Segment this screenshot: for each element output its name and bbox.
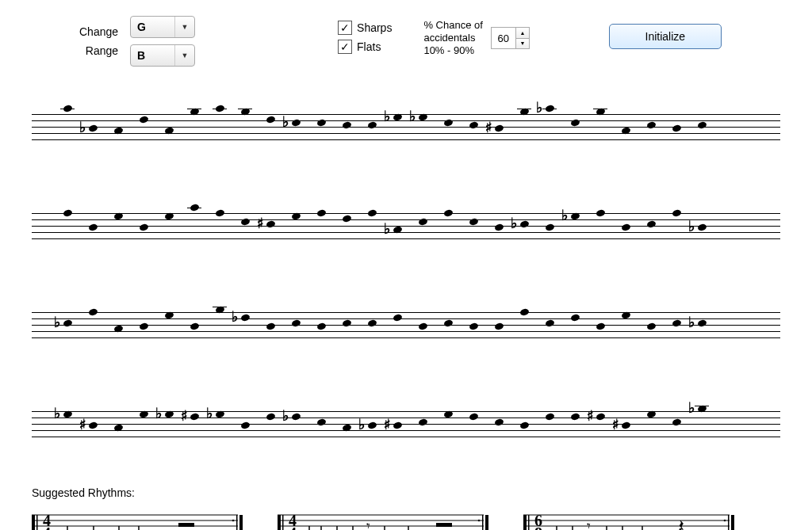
- note: [367, 319, 377, 328]
- flat-icon: ♭: [511, 219, 518, 227]
- flats-checkbox[interactable]: ✓: [338, 40, 352, 54]
- rhythm-pattern-3: 6 8 𝄾 𝄽: [523, 507, 737, 530]
- note: [88, 124, 98, 132]
- svg-text:4: 4: [43, 524, 51, 530]
- note: [570, 413, 580, 421]
- chance-spinner[interactable]: 60 ▲ ▼: [491, 27, 530, 49]
- note: [316, 118, 327, 127]
- note: [672, 209, 682, 218]
- change-label: Change: [79, 22, 118, 41]
- flat-icon: ♭: [282, 118, 289, 126]
- flat-icon: ♭: [155, 410, 163, 418]
- flat-icon: ♭: [688, 223, 695, 231]
- sharp-icon: ♯: [257, 219, 264, 227]
- note: [646, 220, 657, 229]
- note: [190, 322, 200, 330]
- rhythm-pattern-2: 4 4 𝄾: [278, 507, 492, 530]
- staff-line-4: ♭♯♭♯♭♭♭♯♯♯♭: [32, 387, 780, 451]
- note: [494, 322, 504, 330]
- note: [519, 421, 530, 429]
- sharp-icon: ♯: [587, 412, 594, 420]
- note: [469, 322, 479, 330]
- svg-rect-38: [436, 523, 452, 527]
- note: [88, 421, 98, 429]
- note: [443, 118, 454, 127]
- note: [63, 319, 73, 328]
- range-bottom-value: B: [131, 49, 145, 62]
- note: [291, 413, 301, 421]
- note: [596, 413, 606, 421]
- note: [469, 413, 479, 421]
- note: [164, 311, 174, 319]
- staff-line-2: ♯♭♭♭♭: [32, 189, 780, 253]
- note: [240, 217, 251, 226]
- note: [113, 212, 124, 220]
- note: [342, 424, 352, 433]
- note: [342, 215, 352, 223]
- note: [519, 220, 530, 229]
- svg-rect-41: [482, 515, 484, 530]
- note: [316, 209, 327, 218]
- note: [697, 223, 707, 231]
- note: [545, 413, 555, 421]
- initialize-button[interactable]: Initialize: [609, 24, 722, 49]
- accidentals-checks: ✓ Sharps ✓ Flats: [338, 21, 392, 54]
- chevron-down-icon: ▼: [174, 45, 194, 66]
- rhythms-row: 4 4 4 4: [32, 507, 780, 530]
- chance-text: % Chance of accidentals 10% - 90%: [423, 19, 482, 57]
- note: [494, 223, 504, 231]
- svg-rect-17: [236, 515, 238, 530]
- range-bottom-select[interactable]: B ▼: [130, 44, 195, 67]
- flat-icon: ♭: [384, 112, 391, 120]
- sharp-icon: ♯: [181, 412, 188, 420]
- range-top-select[interactable]: G ▼: [130, 16, 195, 38]
- flat-icon: ♭: [384, 225, 391, 233]
- note: [215, 410, 225, 418]
- note: [393, 314, 403, 322]
- note: [113, 424, 124, 433]
- chance-up-icon[interactable]: ▲: [516, 28, 529, 39]
- note: [621, 421, 631, 429]
- note: [469, 217, 479, 226]
- chance-block: % Chance of accidentals 10% - 90% 60 ▲ ▼: [423, 19, 529, 57]
- note: [494, 124, 504, 132]
- svg-point-15: [232, 520, 235, 522]
- flat-icon: ♭: [409, 112, 416, 120]
- sharp-icon: ♯: [384, 421, 391, 429]
- note: [316, 418, 327, 427]
- note: [63, 209, 73, 218]
- flat-icon: ♭: [54, 318, 61, 326]
- note: [63, 410, 73, 418]
- svg-text:8: 8: [534, 524, 542, 530]
- svg-rect-48: [523, 515, 527, 530]
- sharps-checkbox[interactable]: ✓: [338, 21, 352, 35]
- note: [88, 308, 98, 317]
- flat-icon: ♭: [688, 318, 695, 326]
- note: [164, 410, 174, 418]
- note: [621, 223, 631, 231]
- note: [266, 413, 276, 421]
- note: [291, 319, 301, 328]
- note: [139, 322, 149, 330]
- chance-down-icon[interactable]: ▼: [516, 39, 529, 49]
- note: [519, 308, 530, 317]
- svg-rect-6: [36, 515, 38, 530]
- note: [291, 212, 301, 220]
- note: [190, 413, 200, 421]
- note: [139, 410, 149, 418]
- chance-value: 60: [492, 28, 516, 48]
- note: [672, 124, 682, 132]
- note: [621, 127, 631, 135]
- flat-icon: ♭: [536, 104, 543, 112]
- note: [393, 421, 403, 429]
- svg-rect-14: [178, 523, 194, 527]
- note: [646, 410, 657, 418]
- staves-container: ♭♭♭♭♯♭♯♭♭♭♭♭♭♭♭♯♭♯♭♭♭♯♯♯♭: [32, 90, 780, 451]
- staff-line-1: ♭♭♭♭♯♭: [32, 90, 780, 154]
- controls-bar: Change Range G ▼ B ▼ ✓ Sharps ✓ Flats % …: [32, 16, 780, 67]
- svg-rect-25: [282, 515, 284, 530]
- note: [266, 322, 276, 330]
- range-label: Range: [79, 41, 118, 60]
- flat-icon: ♭: [561, 212, 569, 219]
- note: [596, 209, 606, 218]
